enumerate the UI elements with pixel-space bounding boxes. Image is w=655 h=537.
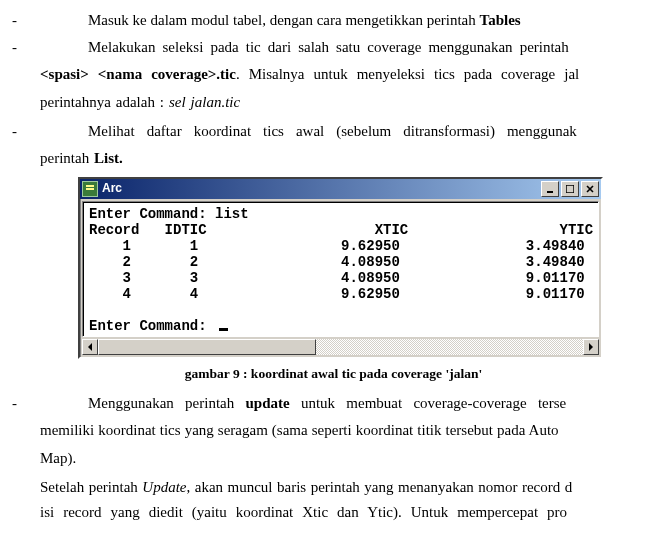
para-setelah-2: isi record yang diedit (yaitu koordinat …: [40, 500, 655, 525]
horizontal-scrollbar[interactable]: [82, 339, 599, 355]
bullet-dash: -: [12, 35, 40, 60]
bullet-dash: -: [12, 119, 40, 144]
para-setelah-1: Setelah perintah Update, akan muncul bar…: [40, 475, 655, 500]
text: untuk membuat coverage-coverage terse: [290, 395, 567, 411]
figure-caption: gambar 9 : koordinat awal tic pada cover…: [12, 363, 655, 385]
table-row: 1 1 9.62950 3.49840: [89, 238, 585, 254]
prompt-line: Enter Command: list: [89, 206, 249, 222]
bold-update: update: [245, 395, 289, 411]
svg-rect-0: [547, 191, 553, 193]
bullet-2-line2: <spasi> <nama coverage>.tic. Misalnya un…: [40, 62, 655, 87]
cursor-icon: [219, 328, 228, 331]
text: Setelah perintah: [40, 479, 142, 495]
bullet-3-line1: Melihat daftar koordinat tics awal (sebe…: [40, 119, 655, 144]
bold-tables: Tables: [480, 12, 521, 28]
text: Melihat daftar koordinat tics awal (sebe…: [88, 123, 577, 139]
bullet-4-line3: Map).: [40, 446, 655, 471]
scroll-thumb[interactable]: [98, 339, 316, 355]
table-header: Record IDTIC XTIC YTIC: [89, 222, 593, 238]
bullet-4-line1: Menggunakan perintah update untuk membua…: [40, 391, 655, 416]
terminal-output[interactable]: Enter Command: list Record IDTIC XTIC YT…: [82, 201, 599, 337]
bullet-3-line2: perintah List.: [40, 146, 655, 171]
table-row: 4 4 9.62950 9.01170: [89, 286, 585, 302]
bullet-2-line1: Melakukan seleksi pada tic dari salah sa…: [40, 35, 655, 60]
text: Melakukan seleksi pada tic dari salah sa…: [88, 39, 569, 55]
table-row: 2 2 4.08950 3.49840: [89, 254, 585, 270]
svg-marker-5: [589, 343, 593, 351]
bullet-4-line2: memiliki koordinat tics yang seragam (sa…: [40, 418, 655, 443]
bullet-1-text: Masuk ke dalam modul tabel, dengan cara …: [40, 8, 655, 33]
text: perintah: [40, 150, 94, 166]
close-button[interactable]: [581, 181, 599, 197]
bullet-2-line3: perintahnya adalah : sel jalan.tic: [40, 90, 655, 115]
svg-marker-4: [88, 343, 92, 351]
bullet-dash: -: [12, 8, 40, 33]
text: perintahnya adalah :: [40, 94, 169, 110]
text: . Misalnya untuk menyeleksi tics pada co…: [236, 66, 579, 82]
arc-window: Arc Enter Command: list Record IDTIC XTI…: [78, 177, 603, 359]
scroll-right-button[interactable]: [583, 339, 599, 355]
prompt-line: Enter Command:: [89, 318, 215, 334]
bullet-dash: -: [12, 391, 40, 416]
scroll-left-button[interactable]: [82, 339, 98, 355]
italic-update: Update: [142, 479, 186, 495]
text: , akan muncul baris perintah yang menany…: [186, 479, 572, 495]
arc-app-icon: [82, 181, 98, 197]
titlebar[interactable]: Arc: [80, 179, 601, 199]
table-row: 3 3 4.08950 9.01170: [89, 270, 585, 286]
bold-spasi: <spasi> <nama coverage>.tic: [40, 66, 236, 82]
window-title: Arc: [102, 179, 541, 199]
italic-sel: sel jalan.tic: [169, 94, 240, 110]
maximize-button[interactable]: [561, 181, 579, 197]
text: Menggunakan perintah: [88, 395, 245, 411]
minimize-button[interactable]: [541, 181, 559, 197]
bold-list: List.: [94, 150, 123, 166]
text: Masuk ke dalam modul tabel, dengan cara …: [88, 12, 480, 28]
svg-rect-1: [566, 185, 574, 193]
scroll-track[interactable]: [98, 339, 583, 355]
